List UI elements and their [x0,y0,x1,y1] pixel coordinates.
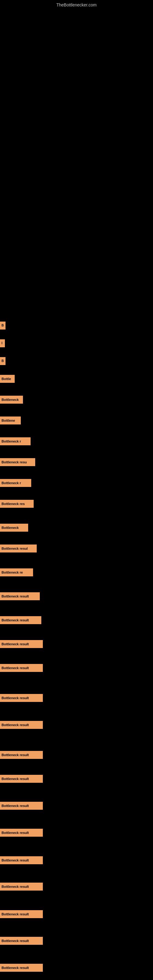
bottleneck-item-25: Bottleneck result [0,883,43,891]
bottleneck-label-22: Bottleneck result [0,802,43,810]
bottleneck-item-19: Bottleneck result [0,721,43,729]
bottleneck-label-17: Bottleneck result [0,664,43,672]
bottleneck-item-27: Bottleneck result [0,937,43,945]
site-title: TheBottlenecker.com [56,2,97,7]
bottleneck-item-1: B [0,321,5,329]
bottleneck-label-26: Bottleneck result [0,910,43,918]
bottleneck-item-7: Bottleneck r [0,438,30,445]
bottleneck-label-10: Bottleneck res [0,500,33,508]
bottleneck-label-8: Bottleneck resu [0,458,35,466]
bottleneck-label-21: Bottleneck result [0,775,43,783]
bottleneck-item-18: Bottleneck result [0,694,43,702]
bottleneck-item-9: Bottleneck r [0,479,31,487]
bottleneck-item-26: Bottleneck result [0,910,43,918]
bottleneck-label-9: Bottleneck r [0,479,31,487]
bottleneck-label-14: Bottleneck result [0,592,40,600]
bottleneck-label-5: Bottleneck [0,396,23,404]
bottleneck-item-21: Bottleneck result [0,775,43,783]
bottleneck-label-6: Bottlene [0,417,21,425]
bottleneck-item-15: Bottleneck result [0,616,41,624]
bottleneck-item-24: Bottleneck result [0,856,43,864]
bottleneck-item-12: Bottleneck resul [0,544,37,552]
bottleneck-label-15: Bottleneck result [0,616,41,624]
bottleneck-item-11: Bottleneck [0,524,28,531]
bottleneck-label-3: B [0,357,5,365]
bottleneck-item-28: Bottleneck result [0,964,43,972]
bottleneck-label-1: B [0,321,5,329]
bottleneck-item-20: Bottleneck result [0,751,43,759]
bottleneck-item-14: Bottleneck result [0,592,40,600]
bottleneck-label-27: Bottleneck result [0,937,43,945]
bottleneck-label-24: Bottleneck result [0,856,43,864]
bottleneck-item-10: Bottleneck res [0,500,33,508]
bottleneck-label-23: Bottleneck result [0,829,43,837]
bottleneck-item-4: Bottle [0,375,15,383]
bottleneck-item-17: Bottleneck result [0,664,43,672]
bottleneck-label-16: Bottleneck result [0,640,43,648]
bottleneck-label-7: Bottleneck r [0,438,30,445]
bottleneck-item-2: I [0,339,5,347]
bottleneck-label-28: Bottleneck result [0,964,43,972]
bottleneck-label-4: Bottle [0,375,15,383]
bottleneck-item-23: Bottleneck result [0,829,43,837]
bottleneck-item-8: Bottleneck resu [0,458,35,466]
bottleneck-label-12: Bottleneck resul [0,544,37,552]
bottleneck-label-19: Bottleneck result [0,721,43,729]
bottleneck-label-2: I [0,339,5,347]
bottleneck-item-6: Bottlene [0,417,21,425]
bottleneck-item-16: Bottleneck result [0,640,43,648]
bottleneck-label-13: Bottleneck re [0,568,33,576]
bottleneck-item-5: Bottleneck [0,396,23,404]
bottleneck-label-25: Bottleneck result [0,883,43,891]
bottleneck-label-11: Bottleneck [0,524,28,531]
bottleneck-item-22: Bottleneck result [0,802,43,810]
bottleneck-item-13: Bottleneck re [0,568,33,576]
bottleneck-item-3: B [0,357,5,365]
bottleneck-label-20: Bottleneck result [0,751,43,759]
bottleneck-label-18: Bottleneck result [0,694,43,702]
